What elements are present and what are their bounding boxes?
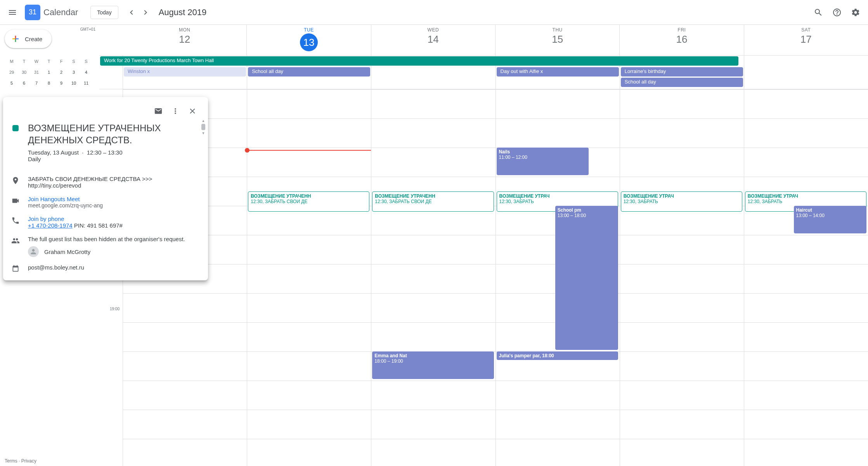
phone-number[interactable]: +1 470-208-1974 <box>28 222 73 229</box>
calendar-event[interactable]: School pm13:00 – 18:00 <box>555 206 618 350</box>
day-name: TUE <box>247 27 371 33</box>
search-button[interactable] <box>809 3 828 22</box>
close-button[interactable] <box>185 103 200 119</box>
scroll-down-icon: ▼ <box>202 131 205 135</box>
close-icon <box>188 107 197 115</box>
day-name: MON <box>123 27 246 33</box>
day-header[interactable]: SAT17 <box>744 25 868 55</box>
day-number: 13 <box>300 33 318 51</box>
calendar-event[interactable]: Julia's pamper par, 18:00 <box>497 351 618 360</box>
day-column[interactable]: ВОЗМЕЩЕНИЕ УТРАЧ12:30, ЗАБРАТЬ <box>620 89 744 466</box>
day-name: FRI <box>620 27 743 33</box>
organizer-email: post@ms.boley.net.ru <box>28 264 200 271</box>
email-guests-button[interactable] <box>151 103 166 119</box>
event-title: Emma and Nat <box>374 353 491 358</box>
event-subtitle: 12:30, ЗАБРАТЬ СВОИ ДЕ <box>251 199 367 204</box>
event-title: ВОЗМЕЩЕНИЕ УТРАЧЕНН <box>251 193 367 199</box>
day-header[interactable]: THU15 <box>495 25 619 55</box>
day-header[interactable]: WED14 <box>371 25 495 55</box>
calendar-event[interactable]: Haircut13:00 – 14:00 <box>794 206 867 233</box>
chevron-left-icon <box>127 8 136 17</box>
help-icon <box>832 8 842 17</box>
calendar-event[interactable]: ВОЗМЕЩЕНИЕ УТРАЧЕНН12:30, ЗАБРАТЬ СВОИ Д… <box>248 191 369 212</box>
event-subtitle: 18:00 – 19:00 <box>374 358 491 364</box>
options-button[interactable] <box>168 103 183 119</box>
day-number: 16 <box>620 33 743 45</box>
hamburger-menu-button[interactable] <box>3 3 22 22</box>
search-icon <box>814 8 823 17</box>
chevron-right-icon <box>141 8 150 17</box>
help-button[interactable] <box>828 3 846 22</box>
day-header[interactable]: FRI16 <box>619 25 743 55</box>
event-subtitle: 13:00 – 14:00 <box>796 213 865 218</box>
event-title: Nails <box>499 149 586 155</box>
guest-entry[interactable]: Graham McGrotty <box>28 246 200 257</box>
calendar-event[interactable]: Nails11:00 – 12:00 <box>497 148 589 175</box>
dots-vertical-icon <box>171 107 180 115</box>
scroll-thumb[interactable] <box>201 124 205 130</box>
day-number: 17 <box>744 33 868 45</box>
scroll-up-icon: ▲ <box>202 119 205 123</box>
multiday-event[interactable]: Work for 20 Twenty Productions March Tow… <box>100 56 738 66</box>
day-column[interactable]: ВОЗМЕЩЕНИЕ УТРАЧ12:30, ЗАБРАТЬNails11:00… <box>496 89 620 466</box>
day-number: 15 <box>496 33 619 45</box>
person-icon <box>29 248 37 256</box>
join-meet-link[interactable]: Join Hangouts Meet <box>28 196 200 202</box>
allday-event[interactable]: Winston x <box>124 67 246 77</box>
create-button[interactable]: Create <box>5 30 52 48</box>
today-button[interactable]: Today <box>90 6 118 19</box>
allday-col-sat[interactable] <box>744 56 868 89</box>
day-number: 12 <box>123 33 246 45</box>
join-phone-link[interactable]: Join by phone <box>28 216 200 222</box>
plus-icon <box>11 34 20 43</box>
event-subtitle: 12:30, ЗАБРАТЬ <box>748 199 864 204</box>
event-title: ВОЗМЕЩЕНИЕ УТРАЧ <box>624 193 740 199</box>
calendar-logo: 31 <box>25 5 40 20</box>
day-name: THU <box>496 27 619 33</box>
phone-pin: PIN: 491 581 697# <box>74 222 123 229</box>
day-header[interactable]: MON12 <box>123 25 246 55</box>
day-column[interactable]: ВОЗМЕЩЕНИЕ УТРАЧ12:30, ЗАБРАТЬHaircut13:… <box>744 89 868 466</box>
location-text[interactable]: ЗАБРАТЬ СВОИ ДЕНЕЖНЫЕ СРЕДСТВА >>> http:… <box>28 176 200 189</box>
avatar <box>28 246 39 257</box>
organizer-row: post@ms.boley.net.ru <box>11 264 200 273</box>
day-name: WED <box>371 27 495 33</box>
mini-calendar[interactable]: M T W T F S S 29 30 31 1 2 3 4 5 6 7 <box>5 56 95 89</box>
calendar-event[interactable]: ВОЗМЕЩЕНИЕ УТРАЧ12:30, ЗАБРАТЬ <box>621 191 742 212</box>
phone-row: Join by phone +1 470-208-1974 PIN: 491 5… <box>11 216 200 229</box>
mini-cal-row: 29 30 31 1 2 3 4 <box>5 67 95 78</box>
meet-url: meet.google.com/zrq-uync-ang <box>28 202 200 209</box>
allday-event[interactable]: School all day <box>248 67 370 77</box>
allday-event[interactable]: Day out with Alfie x <box>497 67 619 77</box>
event-title: ВОЗМЕЩЕНИЕ УТРАЧЕННЫХ ДЕНЕЖНЫХ СРЕДСТВ. <box>28 122 200 146</box>
prev-button[interactable] <box>125 5 139 19</box>
settings-button[interactable] <box>846 3 865 22</box>
calendar-event[interactable]: ВОЗМЕЩЕНИЕ УТРАЧЕНН12:30, ЗАБРАТЬ СВОИ Д… <box>372 191 494 212</box>
footer-links[interactable]: Terms · Privacy <box>5 458 36 464</box>
time-grid: 19:00 ВОЗМЕЩЕНИЕ УТРАЧЕНН12:30, ЗАБРАТЬ … <box>99 89 868 466</box>
current-month-label: August 2019 <box>159 7 207 17</box>
allday-event[interactable]: Lorraine's birthday <box>621 67 743 77</box>
event-title: Julia's pamper par, 18:00 <box>499 353 616 358</box>
event-subtitle: 12:30, ЗАБРАТЬ <box>499 199 615 204</box>
event-title: Haircut <box>796 207 865 213</box>
day-column[interactable]: ВОЗМЕЩЕНИЕ УТРАЧЕНН12:30, ЗАБРАТЬ СВОИ Д… <box>371 89 495 466</box>
location-row: ЗАБРАТЬ СВОИ ДЕНЕЖНЫЕ СРЕДСТВА >>> http:… <box>11 176 200 189</box>
allday-section: Work for 20 Twenty Productions March Tow… <box>99 56 868 89</box>
event-title: ВОЗМЕЩЕНИЕ УТРАЧЕНН <box>375 193 491 199</box>
day-number: 14 <box>371 33 495 45</box>
app-title: Calendar <box>43 7 78 17</box>
mini-cal-row: 5 6 7 8 9 10 11 <box>5 78 95 89</box>
calendar-area: GMT+01 MON12TUE13WED14THU15FRI16SAT17 Wo… <box>99 25 868 466</box>
event-title: School pm <box>558 207 616 213</box>
day-header[interactable]: TUE13 <box>246 25 371 55</box>
next-button[interactable] <box>139 5 152 19</box>
allday-event[interactable]: School all day <box>621 78 743 87</box>
hamburger-icon <box>8 8 17 17</box>
guest-name: Graham McGrotty <box>44 249 90 255</box>
calendar-event[interactable]: Emma and Nat18:00 – 19:00 <box>372 351 494 379</box>
timezone-label: GMT+01 <box>76 25 99 31</box>
day-column[interactable]: ВОЗМЕЩЕНИЕ УТРАЧЕНН12:30, ЗАБРАТЬ СВОИ Д… <box>247 89 371 466</box>
popup-scrollbar[interactable]: ▲ ▼ <box>201 119 206 135</box>
event-detail-popup: ▲ ▼ ВОЗМЕЩЕНИЕ УТРАЧЕННЫХ ДЕНЕЖНЫХ СРЕДС… <box>3 97 208 280</box>
